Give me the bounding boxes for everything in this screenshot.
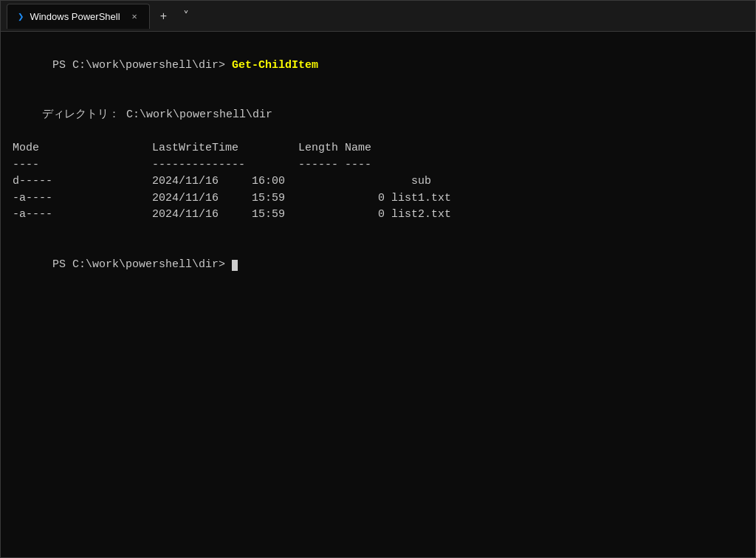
table-header: Mode LastWriteTime Length Name [13,140,743,157]
prompt-2: PS C:\work\powershell\dir> [52,258,232,271]
new-tab-button[interactable]: + [153,7,174,26]
sep-mode: ---- [13,159,152,171]
prompt-1: PS C:\work\powershell\dir> [52,59,232,72]
command-1: Get-ChildItem [232,59,318,72]
directory-label: ディレクトリ： C:\work\powershell\dir [42,107,743,124]
sep-length: ------ [298,159,345,171]
header-length: Length [298,142,345,154]
powershell-icon: ❯ [18,10,24,23]
cursor [232,260,238,271]
active-tab[interactable]: ❯ Windows PowerShell ✕ [7,4,150,29]
header-name: Name [345,142,371,154]
command-line-1: PS C:\work\powershell\dir> Get-ChildItem [13,41,743,91]
terminal-content[interactable]: PS C:\work\powershell\dir> Get-ChildItem… [1,32,755,557]
blank-line-3 [13,224,743,241]
blank-line-1 [13,91,743,108]
dir-entry-sub: d----- 2024/11/16 16:00 sub [13,173,743,190]
file-entry-list2: -a---- 2024/11/16 15:59 0 list2.txt [13,207,743,224]
file-entry-list1: -a---- 2024/11/16 15:59 0 list1.txt [13,190,743,207]
dropdown-button[interactable]: ˅ [176,6,196,26]
tab-close-button[interactable]: ✕ [131,11,139,22]
tab-title: Windows PowerShell [30,11,120,22]
sep-name: ---- [345,159,371,171]
command-line-2: PS C:\work\powershell\dir> [13,240,743,290]
titlebar-actions: + ˅ [153,6,196,26]
header-mode: Mode [13,142,152,154]
titlebar: ❯ Windows PowerShell ✕ + ˅ [1,1,755,32]
blank-line-2 [13,124,743,141]
sep-lwt: -------------- [152,159,298,171]
powershell-window: ❯ Windows PowerShell ✕ + ˅ PS C:\work\po… [0,0,756,558]
header-lwt: LastWriteTime [152,142,298,154]
table-separator: ---- -------------- ------ ---- [13,157,743,174]
